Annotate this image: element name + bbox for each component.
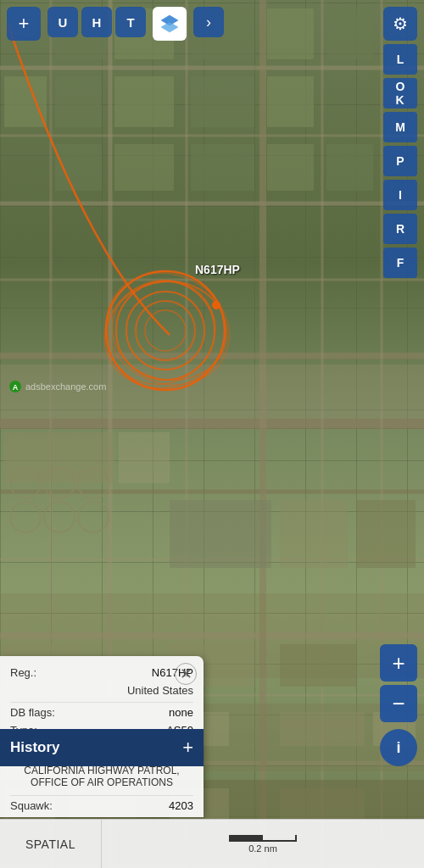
panel-close-button[interactable]: ✕	[175, 663, 197, 685]
history-bar[interactable]: History +	[0, 729, 204, 766]
reg-label: Reg.:	[10, 666, 36, 679]
nav-buttons: U H T ›	[47, 7, 224, 41]
zoom-out-button[interactable]: −	[380, 685, 417, 722]
top-toolbar: + U H T ›	[0, 7, 424, 41]
panel-row-squawk: Squawk: 4203	[10, 799, 193, 812]
sidebar-l-button[interactable]: L	[383, 44, 417, 75]
scale-bar-area: 0.2 nm	[102, 835, 424, 854]
country-value: United States	[127, 684, 193, 697]
aircraft-callsign-label: N617HP	[195, 263, 240, 276]
back-button[interactable]: ›	[193, 7, 224, 37]
zoom-in-button[interactable]: +	[380, 644, 417, 682]
sidebar-ok-button[interactable]: OK	[383, 78, 417, 108]
svg-point-68	[212, 301, 220, 309]
nav-t-button[interactable]: T	[115, 7, 146, 37]
settings-button[interactable]: ⚙	[383, 7, 417, 41]
sidebar-m-button[interactable]: M	[383, 112, 417, 142]
layers-icon	[159, 14, 180, 34]
panel-divider-3	[10, 795, 193, 796]
scale-line	[229, 835, 297, 842]
watermark-icon: A	[8, 380, 22, 393]
history-label: History	[10, 739, 60, 756]
bottom-bar: SPATIAL 0.2 nm	[0, 819, 424, 868]
squawk-label: Squawk:	[10, 799, 53, 812]
zoom-controls: + − i	[380, 644, 417, 766]
info-button[interactable]: i	[380, 729, 417, 766]
svg-text:A: A	[13, 383, 19, 392]
sidebar-i-button[interactable]: I	[383, 180, 417, 210]
panel-row-country: United States	[10, 684, 193, 697]
info-panel: ✕ Reg.: N617HP United States DB flags: n…	[0, 656, 204, 817]
dbflags-value: none	[169, 706, 193, 719]
scale-bar: 0.2 nm	[229, 835, 297, 854]
panel-row-dbflags: DB flags: none	[10, 706, 193, 719]
panel-row-reg: Reg.: N617HP	[10, 666, 193, 679]
svg-marker-72	[161, 22, 178, 32]
scale-text: 0.2 nm	[248, 843, 277, 854]
add-button[interactable]: +	[7, 7, 41, 41]
right-sidebar: ⚙ L OK M P I R F	[383, 7, 417, 278]
history-plus: +	[182, 737, 193, 759]
panel-divider-1	[10, 702, 193, 703]
sidebar-p-button[interactable]: P	[383, 146, 417, 176]
nav-u-button[interactable]: U	[47, 7, 78, 37]
spatial-button[interactable]: SPATIAL	[0, 820, 102, 869]
layers-button[interactable]	[153, 7, 187, 41]
squawk-value: 4203	[169, 799, 193, 812]
sidebar-r-button[interactable]: R	[383, 214, 417, 244]
dbflags-label: DB flags:	[10, 706, 55, 719]
nav-h-button[interactable]: H	[81, 7, 112, 37]
svg-point-64	[92, 268, 237, 401]
sidebar-f-button[interactable]: F	[383, 248, 417, 278]
spatial-label: SPATIAL	[25, 837, 75, 851]
watermark: A adsbexchange.com	[8, 380, 106, 393]
